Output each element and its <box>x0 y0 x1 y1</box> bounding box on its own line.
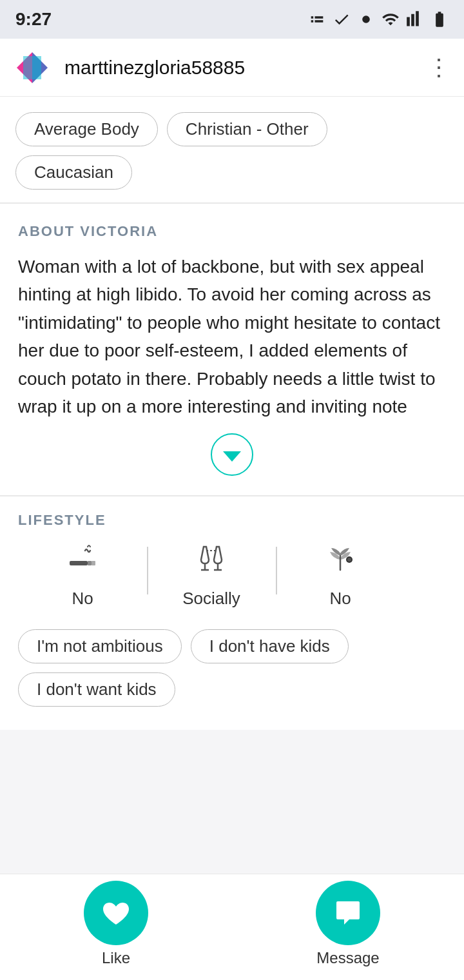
svg-point-0 <box>362 15 370 23</box>
dot-icon <box>357 10 375 28</box>
badge-no-want-kids[interactable]: I don't want kids <box>18 672 175 707</box>
bottom-spacer <box>0 730 464 846</box>
message-circle <box>316 881 380 945</box>
lifestyle-section: LIFESTYLE No <box>0 496 464 730</box>
cannabis-icon <box>324 542 357 582</box>
drinking-icon <box>195 542 228 582</box>
notification-icon <box>308 10 326 28</box>
about-section-label: ABOUT VICTORIA <box>18 223 446 240</box>
svg-rect-4 <box>70 561 88 565</box>
cannabis-label: No <box>329 589 351 609</box>
message-label: Message <box>316 949 379 967</box>
lifestyle-item-cannabis: No <box>276 542 405 609</box>
message-action[interactable]: Message <box>316 881 380 967</box>
svg-rect-5 <box>88 561 92 565</box>
svg-marker-3 <box>23 56 41 79</box>
lifestyle-section-label: LIFESTYLE <box>18 512 446 529</box>
expand-circle <box>211 433 253 476</box>
more-dots-icon: ⋮ <box>427 54 449 81</box>
app-logo[interactable] <box>12 47 53 88</box>
lifestyle-item-drinking: Socially <box>147 542 276 609</box>
about-text: Woman with a lot of backbone, but with s… <box>18 253 446 420</box>
tag-chip-ethnicity[interactable]: Caucasian <box>15 155 132 190</box>
badge-ambitious[interactable]: I'm not ambitious <box>18 629 182 663</box>
top-bar: marttinezgloria58885 ⋮ <box>0 39 464 97</box>
lifestyle-icons-row: No Socially <box>18 542 446 609</box>
badge-no-kids[interactable]: I don't have kids <box>191 629 349 663</box>
tags-section: Average Body Christian - Other Caucasian <box>0 97 464 202</box>
check-icon <box>333 10 351 28</box>
lifestyle-item-smoking: No <box>18 542 147 609</box>
battery-icon <box>430 10 449 28</box>
like-action[interactable]: Like <box>84 881 148 967</box>
badge-chips: I'm not ambitious I don't have kids I do… <box>18 623 446 720</box>
wifi-icon <box>382 10 400 28</box>
smoking-label: No <box>72 589 93 609</box>
about-section: ABOUT VICTORIA Woman with a lot of backb… <box>0 204 464 495</box>
signal-icon <box>406 10 424 28</box>
svg-point-13 <box>347 558 351 562</box>
smoking-icon <box>66 542 99 582</box>
drinking-label: Socially <box>182 589 240 609</box>
status-bar: 9:27 <box>0 0 464 39</box>
tag-chip-religion[interactable]: Christian - Other <box>167 112 327 146</box>
status-time: 9:27 <box>15 9 52 30</box>
more-options-button[interactable]: ⋮ <box>424 54 452 82</box>
status-icons <box>308 10 449 28</box>
bottom-action-bar: Like Message <box>0 874 464 980</box>
like-circle <box>84 881 148 945</box>
expand-about-button[interactable] <box>18 433 446 476</box>
like-label: Like <box>102 949 130 967</box>
svg-rect-6 <box>92 561 95 565</box>
tag-chip-body[interactable]: Average Body <box>15 112 158 146</box>
username-label: marttinezgloria58885 <box>64 57 424 79</box>
chevron-down-icon <box>223 451 241 462</box>
